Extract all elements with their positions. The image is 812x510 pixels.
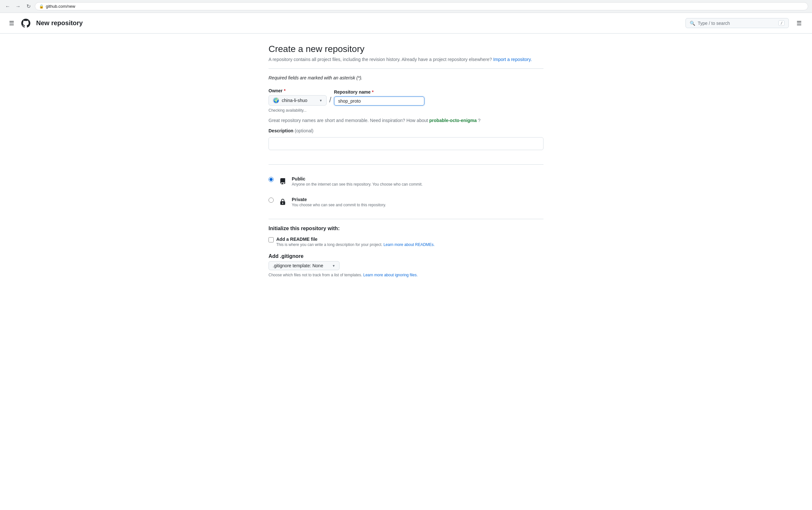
owner-group: Owner * 🌍 china-li-shuo ▼ <box>268 88 327 106</box>
browser-url-text: github.com/new <box>46 4 75 9</box>
gitignore-chevron-icon: ▼ <box>332 264 335 267</box>
required-fields-note: Required fields are marked with an aster… <box>268 75 544 80</box>
public-visibility-text: Public Anyone on the internet can see th… <box>292 176 423 187</box>
description-group: Description (optional) <box>268 128 544 158</box>
gitignore-desc-prefix: Choose which files not to track from a l… <box>268 273 362 277</box>
visibility-public-option: Public Anyone on the internet can see th… <box>268 171 544 192</box>
repo-name-label: Repository name * <box>334 89 425 94</box>
divider-top <box>268 68 544 69</box>
description-input[interactable] <box>268 137 544 150</box>
private-label: Private <box>292 197 386 202</box>
public-repo-icon <box>278 176 288 187</box>
description-optional: (optional) <box>295 128 313 133</box>
browser-back-button[interactable]: ← <box>4 3 11 10</box>
repo-name-input[interactable] <box>334 96 425 106</box>
gitignore-template-select[interactable]: .gitignore template: None ▼ <box>268 261 340 270</box>
owner-avatar: 🌍 <box>273 97 279 104</box>
inspiration-prefix: Great repository names are short and mem… <box>268 118 428 123</box>
browser-url-bar[interactable]: 🔒 github.com/new <box>35 2 808 10</box>
owner-select[interactable]: 🌍 china-li-shuo ▼ <box>268 95 327 106</box>
browser-forward-button[interactable]: → <box>14 3 22 10</box>
readme-label-group: Add a README file This is where you can … <box>276 236 435 247</box>
main-content: Create a new repository A repository con… <box>261 34 551 288</box>
notifications-button[interactable]: ☰ <box>794 19 804 28</box>
search-icon: 🔍 <box>690 21 695 26</box>
inspiration-suffix: ? <box>478 118 481 123</box>
search-placeholder-text: Type / to search <box>698 21 730 26</box>
readme-desc-prefix: This is where you can write a long descr… <box>276 243 382 247</box>
page-description: A repository contains all project files,… <box>268 57 544 62</box>
owner-value: china-li-shuo <box>282 98 307 103</box>
create-repo-heading: Create a new repository <box>268 44 544 54</box>
visibility-private-option: Private You choose who can see and commi… <box>268 192 544 213</box>
security-icon: 🔒 <box>39 4 44 9</box>
readme-checkbox-row: Add a README file This is where you can … <box>268 236 544 247</box>
nav-icons: ☰ <box>794 19 804 28</box>
gitignore-learn-link[interactable]: Learn more about ignoring files. <box>363 273 417 277</box>
owner-chevron-icon: ▼ <box>319 99 322 102</box>
divider-init <box>268 219 544 219</box>
inspiration-name: probable-octo-enigma <box>429 118 477 123</box>
global-search[interactable]: 🔍 Type / to search / <box>686 18 789 28</box>
slash-separator: / <box>329 95 331 106</box>
description-text: A repository contains all project files,… <box>268 57 492 62</box>
gitignore-template-value: .gitignore template: None <box>273 263 323 268</box>
repo-name-required-star: * <box>372 89 373 94</box>
readme-learn-link[interactable]: Learn more about READMEs. <box>383 243 435 247</box>
divider-visibility <box>268 164 544 165</box>
repo-name-group: Repository name * <box>334 89 425 106</box>
private-radio[interactable] <box>268 198 274 203</box>
inspiration-text: Great repository names are short and mem… <box>268 118 544 123</box>
search-keyboard-shortcut: / <box>778 20 785 26</box>
gitignore-section: Add .gitignore .gitignore template: None… <box>268 253 544 277</box>
private-visibility-text: Private You choose who can see and commi… <box>292 197 386 207</box>
github-logo[interactable] <box>21 18 31 28</box>
readme-label: Add a README file <box>276 236 435 242</box>
readme-desc: This is where you can write a long descr… <box>276 243 435 247</box>
public-label: Public <box>292 176 423 181</box>
owner-repo-row: Owner * 🌍 china-li-shuo ▼ / Repository n… <box>268 88 544 106</box>
import-repository-link[interactable]: Import a repository. <box>493 57 532 62</box>
init-section-title: Initialize this repository with: <box>268 226 544 231</box>
availability-check-text: Checking availability... <box>268 108 544 113</box>
readme-checkbox[interactable] <box>268 237 274 243</box>
owner-label: Owner * <box>268 88 327 93</box>
private-desc: You choose who can see and commit to thi… <box>292 203 386 207</box>
owner-required-star: * <box>284 88 285 93</box>
private-repo-icon <box>278 197 288 207</box>
gitignore-title: Add .gitignore <box>268 253 544 259</box>
hamburger-menu-button[interactable]: ☰ <box>8 19 16 28</box>
page-title: New repository <box>36 19 83 27</box>
gitignore-desc: Choose which files not to track from a l… <box>268 273 544 277</box>
browser-refresh-button[interactable]: ↻ <box>25 3 32 10</box>
description-label: Description (optional) <box>268 128 544 133</box>
public-radio[interactable] <box>268 177 274 182</box>
browser-chrome: ← → ↻ 🔒 github.com/new <box>0 0 812 13</box>
public-desc: Anyone on the internet can see this repo… <box>292 182 423 187</box>
github-nav: ☰ New repository 🔍 Type / to search / ☰ <box>0 13 812 34</box>
